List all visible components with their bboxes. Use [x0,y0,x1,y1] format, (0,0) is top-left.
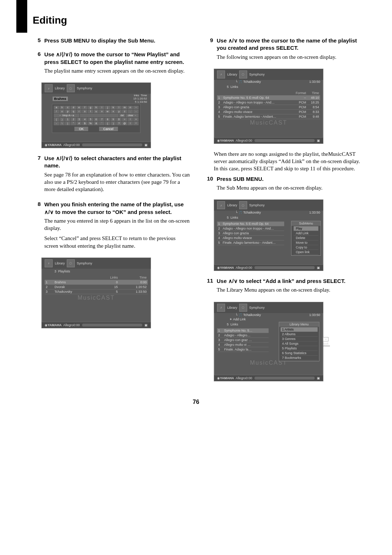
section-tab [16,0,27,33]
watermark: MusicCAST [78,295,115,301]
progress-bar [254,139,315,142]
list-title: Links [230,216,238,219]
step-text: The following screen appears on the on-s… [217,53,363,61]
step-title: Press SUB MENU. [217,175,363,183]
crumb-library: Library [227,73,237,76]
sub-menu-popup: SubMenu PlayAdd LinkDeleteMove toCopy to… [291,221,321,256]
ss-footer: ◉YAMAHA Allegro 0:00 ▣ [214,264,323,271]
ss-footer: ◉YAMAHA Allegro 0:00 ▣ [214,375,323,381]
crumb-artist: Tchaikovsky [243,313,261,317]
crumb-symphony: Symphony [249,203,265,207]
col-links: Links [97,275,119,280]
progress-bar [82,143,142,146]
library-menu-popup: Library Menu 1 Artists2 Albums3 Genres4 … [279,322,319,361]
row1-time: 1:20:52 [137,97,147,100]
progress-bar [254,377,315,380]
track-table: 1Symphonie No. 5 E-moll Op. 642Adagio - … [217,222,284,245]
row2-links: 5 [135,100,136,104]
speaker-icon: ▣ [317,266,320,270]
table-row: 2Adagio - Allegro non troppo - And…PCM18… [217,100,320,105]
step-text: When there are no songs assigned to the … [214,150,363,173]
step-title: Use ∧/⟨/∨/⟩ to select characters and ent… [44,155,191,170]
crumb-library: Library [227,306,237,309]
close-icon: × [323,337,328,341]
del-key: del [119,114,126,117]
table-row: 1Symphonie No. 5… [217,328,269,333]
library-menu-item: 7 Bookmarks [281,356,318,360]
track-table: FormatTime 1Symphonie No. 5 E-moll Op. 6… [217,91,320,119]
watermark: MusicCAST [250,119,287,126]
crumb-artist: Tchaikovsky [243,80,261,84]
brand-label: YAMAHA [220,376,234,380]
step-number: 7 [29,155,44,196]
table-row: 3Allegro con grazia [217,231,284,236]
submenu-item: Open link [294,250,318,255]
step-number: 11 [201,278,217,297]
onscreen-keyboard: abcdefghijklmn~ /opqrstuvwxyz.- ← bksp A… [52,104,140,133]
step-title: Use ∧/∨ to select “Add a link” and press… [217,278,363,285]
now-playing: Allegro [236,139,246,142]
quit-label: quit [323,342,328,345]
ss-footer: ◉YAMAHA Allegro 0:00 ▣ [42,142,151,148]
ss-footer: ◉YAMAHA Allegro 0:00 ▣ [214,137,323,143]
step-6: 6 Use ∧/⟨/∨/⟩ to move the cursor to “New… [29,51,191,77]
table-row: 3Allegro con graz … [217,337,269,342]
cancel-button: Cancel [99,127,118,131]
note-icon: ♪ [45,84,53,92]
row2-time: 1:33:50 [137,100,147,104]
row-count: 5 [227,85,229,89]
step-text: The name you entered in step 6 appears i… [44,217,191,232]
crumb-library: Library [227,203,237,207]
crumb-artist: Tchaikovsky [243,211,261,214]
col-time: Time [307,91,320,96]
step-title: Use ∧/∨ to move the cursor to the name o… [217,37,363,52]
play-position: 0:00 [246,139,252,142]
submenu-item: Move to [294,240,318,245]
submenu-item: Copy to [294,245,318,250]
row-count: 5 [227,323,229,326]
step-5: 5 Press SUB MENU to display the Sub Menu… [29,37,191,46]
col-time: Time [119,275,148,280]
disc-icon: ◌ [67,259,75,267]
step-text: Select “Cancel” and press SELECT to retu… [44,235,191,250]
links-header: inks Time 15 1:20:52 5 1:33:50 [133,94,147,104]
table-row: 4Allegro molto vivacePCM8:33 [217,109,320,114]
clear-key: clear → [126,114,139,117]
submenu-item: Play [294,226,318,231]
note-icon: ♪ [45,259,53,267]
table-row: 2Dvorak151:20:52 [45,284,148,289]
library-menu-title: Library Menu [279,322,319,327]
step-title: Use ∧/⟨/∨/⟩ to move the cursor to “New P… [44,51,191,66]
screenshot-name-entry: ♪ Library ◌ Symphony inks Time 15 1:20:5… [41,82,151,148]
step-number: 6 [29,51,44,77]
progress-bar [82,324,142,327]
table-row: 4Allegro molto vi … [217,342,269,347]
progress-bar [254,266,315,269]
ss-footer: ◉YAMAHA Allegro 0:00 ▣ [42,322,151,328]
page-title: Editing [33,15,363,26]
library-menu-item: 6 Song Statistics [281,351,318,356]
step-8: 8 When you finish entering the name of t… [29,201,191,252]
step-text: See page 78 for an explanation of how to… [44,171,191,193]
step-7: 7 Use ∧/⟨/∨/⟩ to select characters and e… [29,155,191,196]
total-time: 1:33:50 [309,211,320,214]
ss-breadcrumb: ♪ Library ◌ Symphony [42,258,151,269]
total-time: 1:33:50 [309,313,320,317]
time-label: Time [141,94,147,97]
table-row: 5Finale. Adagio lamentoso - Andant… [217,240,284,245]
note-icon: ♪ [217,304,225,312]
table-row: 4Allegro molto vivace [217,236,284,240]
table-row: 3Allegro con graziaPCM8:54 [217,105,320,109]
table-row: 5Finale. Adagio lamentoso - Andant…PCM9:… [217,114,320,119]
step-title: Press SUB MENU to display the Sub Menu. [44,37,191,44]
brand-label: YAMAHA [48,323,62,327]
submenu-item: Add Link [294,231,318,236]
play-position: 0:00 [73,323,80,327]
step-10: 10 Press SUB MENU. The Sub Menu appears … [201,175,363,195]
now-playing: Allegro [236,266,246,270]
table-row: 1Symphonie No. 5 E-moll Op. 64--48:10 [217,95,320,100]
disc-icon: ◌ [239,70,247,78]
step-number: 5 [29,37,44,46]
links-label: inks [134,94,139,97]
library-menu-item: 4 All Songs [281,341,318,346]
